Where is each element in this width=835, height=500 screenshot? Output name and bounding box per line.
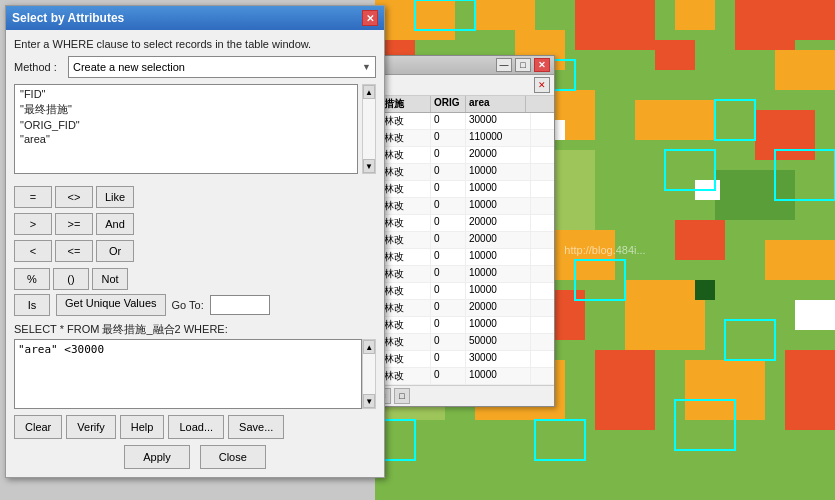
op-equals[interactable]: = <box>14 186 52 208</box>
table-cell: 20000 <box>466 215 531 231</box>
fields-list: "FID" "最终措施" "ORIG_FID" "area" <box>14 84 358 174</box>
table-cell: 0 <box>431 351 466 367</box>
table-row[interactable]: 效林改020000 <box>371 147 554 164</box>
table-cell: 30000 <box>466 113 531 129</box>
table-row[interactable]: 效林改020000 <box>371 215 554 232</box>
op-percent[interactable]: % <box>14 268 50 290</box>
verify-button[interactable]: Verify <box>66 415 116 439</box>
query-scroll-up[interactable]: ▲ <box>363 340 375 354</box>
help-button[interactable]: Help <box>120 415 165 439</box>
table-toolbar: ✕ <box>371 75 554 96</box>
table-row[interactable]: 效林改020000 <box>371 300 554 317</box>
table-window: — □ ✕ ✕ 终措施 ORIG area 效林改030000效林改011000… <box>370 55 555 407</box>
query-textarea[interactable]: "area" <30000 <box>14 339 362 409</box>
scroll-down-arrow[interactable]: ▼ <box>363 159 375 173</box>
op-and[interactable]: And <box>96 213 134 235</box>
op-is[interactable]: Is <box>14 294 50 316</box>
method-dropdown[interactable]: Create a new selection ▼ <box>68 56 376 78</box>
op-or[interactable]: Or <box>96 240 134 262</box>
field-item-fid[interactable]: "FID" <box>17 87 355 101</box>
table-close-button[interactable]: ✕ <box>534 58 550 72</box>
query-scroll-thumb <box>363 354 375 394</box>
op-like[interactable]: Like <box>96 186 134 208</box>
table-row[interactable]: 效林改030000 <box>371 113 554 130</box>
table-row[interactable]: 效林改010000 <box>371 317 554 334</box>
scroll-up-arrow[interactable]: ▲ <box>363 85 375 99</box>
method-row: Method : Create a new selection ▼ <box>14 56 376 78</box>
svg-rect-10 <box>655 40 695 70</box>
table-content: 终措施 ORIG area 效林改030000效林改0110000效林改0200… <box>371 96 554 385</box>
table-cell: 10000 <box>466 249 531 265</box>
svg-rect-25 <box>765 240 835 280</box>
query-scrollbar[interactable]: ▲ ▼ <box>362 339 376 409</box>
table-row[interactable]: 效林改010000 <box>371 181 554 198</box>
table-icon-2[interactable]: □ <box>394 388 410 404</box>
select-dialog: Select by Attributes ✕ Enter a WHERE cla… <box>5 5 385 478</box>
apply-close-row: Apply Close <box>14 445 376 469</box>
op-not[interactable]: Not <box>92 268 128 290</box>
table-row[interactable]: 效林改010000 <box>371 249 554 266</box>
table-cell: 0 <box>431 232 466 248</box>
goto-input[interactable] <box>210 295 270 315</box>
query-area-wrap: "area" <30000 ▲ ▼ <box>14 339 376 409</box>
table-row[interactable]: 效林改050000 <box>371 334 554 351</box>
dialog-close-button[interactable]: ✕ <box>362 10 378 26</box>
operators-grid: = <> Like > >= And < <= Or <box>14 186 376 264</box>
table-cell: 0 <box>431 266 466 282</box>
table-cell: 20000 <box>466 147 531 163</box>
op-greaterequal[interactable]: >= <box>55 213 93 235</box>
svg-rect-3 <box>575 0 655 50</box>
op-less[interactable]: < <box>14 240 52 262</box>
svg-rect-20 <box>715 170 795 220</box>
table-cell: 0 <box>431 164 466 180</box>
query-label: SELECT * FROM 最终措施_融合2 WHERE: <box>14 322 376 337</box>
op-notequal[interactable]: <> <box>55 186 93 208</box>
clear-button[interactable]: Clear <box>14 415 62 439</box>
table-cell: 10000 <box>466 266 531 282</box>
dialog-title: Select by Attributes <box>12 11 124 25</box>
table-row[interactable]: 效林改010000 <box>371 368 554 385</box>
table-cell: 0 <box>431 147 466 163</box>
table-cell: 0 <box>431 249 466 265</box>
field-item-origfid[interactable]: "ORIG_FID" <box>17 118 355 132</box>
table-row[interactable]: 效林改020000 <box>371 232 554 249</box>
table-row[interactable]: 效林改0110000 <box>371 130 554 147</box>
close-button[interactable]: Close <box>200 445 266 469</box>
svg-rect-5 <box>735 0 795 50</box>
dialog-instruction: Enter a WHERE clause to select records i… <box>14 38 376 50</box>
table-row[interactable]: 效林改030000 <box>371 351 554 368</box>
table-cell: 0 <box>431 283 466 299</box>
field-item-area[interactable]: "area" <box>17 132 355 146</box>
table-maximize-button[interactable]: □ <box>515 58 531 72</box>
svg-rect-34 <box>785 350 835 430</box>
table-minimize-button[interactable]: — <box>496 58 512 72</box>
table-row[interactable]: 效林改010000 <box>371 283 554 300</box>
op-parens[interactable]: () <box>53 268 89 290</box>
table-cell: 10000 <box>466 283 531 299</box>
table-row[interactable]: 效林改010000 <box>371 198 554 215</box>
svg-rect-11 <box>775 50 835 90</box>
svg-rect-6 <box>795 0 835 40</box>
table-row[interactable]: 效林改010000 <box>371 164 554 181</box>
op-greater[interactable]: > <box>14 213 52 235</box>
table-cell: 20000 <box>466 232 531 248</box>
table-x-button[interactable]: ✕ <box>534 77 550 93</box>
query-scroll-down[interactable]: ▼ <box>363 394 375 408</box>
table-row[interactable]: 效林改010000 <box>371 266 554 283</box>
svg-rect-24 <box>675 220 725 260</box>
op-lessequal[interactable]: <= <box>55 240 93 262</box>
apply-button[interactable]: Apply <box>124 445 190 469</box>
get-unique-values-button[interactable]: Get Unique Values <box>56 294 166 316</box>
save-button[interactable]: Save... <box>228 415 284 439</box>
load-button[interactable]: Load... <box>168 415 224 439</box>
goto-label: Go To: <box>172 299 204 311</box>
bottom-buttons: Clear Verify Help Load... Save... <box>14 415 376 439</box>
field-item-zuizhong[interactable]: "最终措施" <box>17 101 355 118</box>
svg-rect-15 <box>635 100 715 140</box>
table-cell: 10000 <box>466 164 531 180</box>
table-cell: 10000 <box>466 317 531 333</box>
svg-rect-23 <box>555 230 615 280</box>
table-cell: 10000 <box>466 368 531 384</box>
fields-scrollbar[interactable]: ▲ ▼ <box>362 84 376 174</box>
table-cell: 0 <box>431 198 466 214</box>
